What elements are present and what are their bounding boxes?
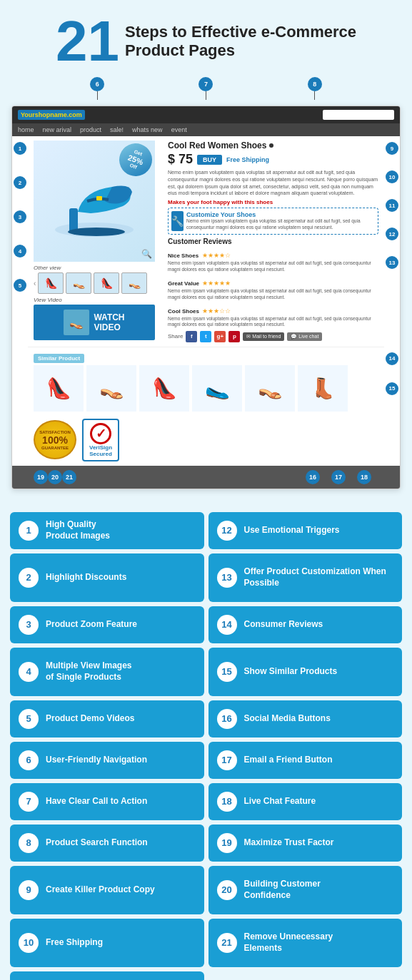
tip-5: 5 Product Demo Videos — [10, 700, 204, 737]
tip-1: 1 High QualityProduct Images — [10, 512, 204, 549]
tip-10-label: Free Shipping — [46, 937, 103, 949]
similar-item-6[interactable]: 👢 — [298, 365, 348, 412]
tip-17: 17 Email a Friend Button — [208, 742, 403, 779]
review-2: Great Value ★★★★★ Nemo enim ipsam volupt… — [168, 275, 378, 300]
googleplus-button[interactable]: g+ — [214, 331, 226, 342]
bottom-num-17: 17 — [331, 470, 346, 484]
customize-icon: 🔧 — [171, 211, 184, 231]
tip-5-label: Product Demo Videos — [46, 713, 134, 725]
product-description: Nemo enim ipsam voluptatem quia voluptas… — [168, 169, 378, 197]
header: 21 Steps to Effective e-CommerceProduct … — [0, 0, 412, 77]
pinterest-button[interactable]: p — [228, 331, 240, 342]
review-3-name: Cool Shoes — [168, 308, 199, 315]
tip-9: 9 Create Killer Product Copy — [10, 866, 204, 914]
tip-12-num: 12 — [217, 521, 237, 541]
thumb-4[interactable]: 👡 — [121, 272, 147, 294]
similar-products-row: 👠 👡 👠 🥿 👡 👢 — [34, 365, 378, 412]
tip-19-num: 19 — [217, 833, 237, 853]
tip-17-label: Email a Friend Button — [244, 755, 333, 766]
right-num-9: 9 — [386, 142, 398, 155]
tip-4-label: Multiple View Imagesof Single Products — [46, 660, 131, 683]
buy-button[interactable]: BUY — [197, 155, 222, 165]
top-number-row: 6 7 8 — [0, 77, 412, 100]
tip-1-label: High QualityProduct Images — [46, 519, 110, 541]
tip-9-num: 9 — [19, 880, 39, 900]
tip-8-label: Product Search Function — [46, 837, 148, 849]
review-3-stars: ★★★☆☆ — [202, 307, 231, 315]
left-num-2: 2 — [14, 176, 26, 189]
tip-13-num: 13 — [217, 568, 237, 588]
big-number: 21 — [56, 13, 119, 70]
mail-friend-button[interactable]: ✉ Mail to friend — [243, 332, 284, 341]
tip-15: 15 Show Similar Products — [208, 648, 403, 696]
review-1: Nice Shoes ★★★★☆ Nemo enim ipsam volupta… — [168, 247, 378, 272]
product-image-section: Get 25% Off 🔍 Other view ‹ 👠 👡 👠 👡 View … — [34, 141, 162, 342]
right-num-12: 12 — [386, 228, 398, 240]
tip-7-label: Have Clear Call to Action — [46, 796, 147, 807]
video-thumbnail: 👡 — [64, 310, 89, 335]
review-1-name: Nice Shoes — [168, 252, 199, 259]
tip-18-label: Live Chat Feature — [244, 796, 316, 807]
browser-bar: Yourshopname.com — [12, 106, 400, 123]
live-chat-button[interactable]: 💬 Live chat — [287, 332, 322, 341]
thumb-2[interactable]: 👡 — [66, 272, 91, 294]
bottom-numbers-row: 19 20 21 16 17 18 — [12, 466, 400, 489]
bottom-num-18: 18 — [357, 470, 371, 484]
tip-21: 21 Remove UnnecessaryElements — [208, 919, 403, 967]
similar-item-1[interactable]: 👠 — [34, 365, 84, 412]
tip-4-num: 4 — [19, 662, 39, 682]
right-num-10: 10 — [386, 170, 398, 183]
svg-rect-3 — [96, 196, 102, 200]
tip-12: 12 Use Emotional Triggers — [208, 512, 403, 549]
video-box[interactable]: 👡 WATCHVIDEO — [34, 305, 155, 340]
review-2-name: Great Value — [168, 280, 199, 287]
browser-search-bar — [323, 110, 394, 120]
similar-badge: Similar Product — [34, 354, 84, 363]
tip-20-num: 20 — [217, 880, 237, 900]
tip-17-num: 17 — [217, 750, 237, 770]
tip-11: 11 User Friendly Fonts — [10, 971, 204, 980]
satisfaction-badge: SATISFACTION 100% GUARANTEE — [34, 420, 76, 459]
bottom-num-19: 19 — [34, 470, 48, 484]
tip-7-num: 7 — [19, 792, 39, 812]
prev-arrow[interactable]: ‹ — [34, 280, 36, 287]
tip-3-label: Product Zoom Feature — [46, 619, 137, 631]
svg-point-2 — [68, 228, 125, 236]
right-num-11: 11 — [386, 199, 398, 212]
product-name: Cool Red Women Shoes — [168, 141, 266, 150]
similar-item-2[interactable]: 👡 — [86, 365, 136, 412]
tip-16-num: 16 — [217, 709, 237, 729]
product-price: $ 75 — [168, 152, 193, 167]
product-info-section: Cool Red Women Shoes $ 75 BUY Free Shipp… — [168, 141, 378, 342]
twitter-button[interactable]: t — [200, 331, 211, 342]
trust-section: SATISFACTION 100% GUARANTEE ✓ VeriSignSe… — [28, 414, 384, 466]
tip-10: 10 Free Shipping — [10, 919, 204, 967]
tip-5-num: 5 — [19, 709, 39, 729]
zoom-icon[interactable]: 🔍 — [141, 249, 152, 259]
similar-item-4[interactable]: 🥿 — [192, 365, 242, 412]
top-num-8: 8 — [308, 77, 322, 100]
thumbnail-row: ‹ 👠 👡 👠 👡 — [34, 272, 162, 294]
tip-21-label: Remove UnnecessaryElements — [244, 931, 333, 954]
tip-10-num: 10 — [19, 933, 39, 953]
facebook-button[interactable]: f — [186, 331, 197, 342]
tip-13-label: Offer Product Customization When Possibl… — [244, 566, 394, 588]
similar-item-5[interactable]: 👡 — [245, 365, 295, 412]
tip-18: 18 Live Chat Feature — [208, 783, 403, 820]
header-subtitle: Steps to Effective e-CommerceProduct Pag… — [125, 23, 356, 61]
tip-4: 4 Multiple View Imagesof Single Products — [10, 648, 204, 696]
similar-products-section: Similar Product 👠 👡 👠 🥿 👡 👢 — [28, 347, 384, 414]
customize-title: Customize Your Shoes — [186, 211, 375, 218]
tip-18-num: 18 — [217, 792, 237, 812]
thumb-3[interactable]: 👠 — [94, 272, 119, 294]
thumb-1[interactable]: 👠 — [38, 272, 64, 294]
tip-15-num: 15 — [217, 662, 237, 682]
similar-item-3[interactable]: 👠 — [139, 365, 189, 412]
tip-3-num: 3 — [19, 615, 39, 635]
browser-nav: home new arival product sale! whats new … — [12, 123, 400, 136]
tip-8: 8 Product Search Function — [10, 825, 204, 862]
product-main-image: Get 25% Off 🔍 — [34, 141, 155, 262]
tip-7: 7 Have Clear Call to Action — [10, 783, 204, 820]
reviews-section: Customer Reviews Nice Shoes ★★★★☆ Nemo e… — [168, 238, 378, 328]
browser-logo: Yourshopname.com — [18, 110, 85, 120]
